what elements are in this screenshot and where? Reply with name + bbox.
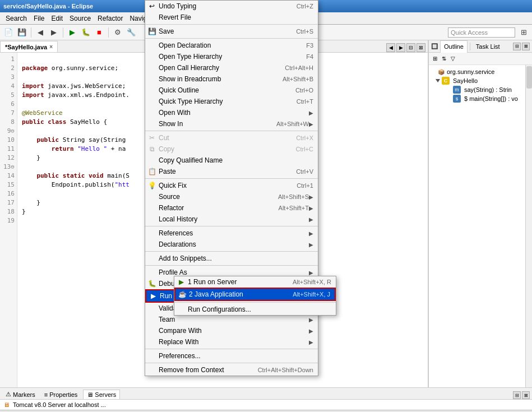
toolbar-run[interactable]: ▶ bbox=[66, 26, 78, 39]
servers-icon: 🖥 bbox=[87, 391, 93, 398]
outline-field-main-label: $ main(String[]) : vo bbox=[464, 95, 518, 102]
toolbar-sep1 bbox=[31, 27, 31, 38]
editor-tab-sayhello[interactable]: *SayHello.java × bbox=[0, 41, 58, 52]
menu-item-run-on-server[interactable]: ▶ 1 Run on Server Alt+Shift+X, R bbox=[174, 276, 336, 288]
class-expand-icon[interactable] bbox=[436, 79, 440, 82]
outline-panel-icon: 🔲 bbox=[431, 43, 438, 49]
editor-scrollbar[interactable] bbox=[525, 65, 532, 387]
menu-item-copy-qualified[interactable]: Copy Qualified Name bbox=[145, 155, 318, 166]
run-as-submenu: ▶ 1 Run on Server Alt+Shift+X, R ☕ 2 Jav… bbox=[174, 276, 336, 316]
menu-item-add-snippets[interactable]: Add to Snippets... bbox=[145, 253, 318, 264]
toolbar-new[interactable]: 📄 bbox=[2, 26, 15, 39]
tab-properties[interactable]: ≡ Properties bbox=[41, 390, 81, 399]
replace-arrow: ▶ bbox=[309, 339, 313, 345]
menu-file[interactable]: File bbox=[30, 13, 48, 24]
field-icon-main: $ bbox=[453, 95, 461, 103]
menu-item-show-in[interactable]: Show In Alt+Shift+W ▶ bbox=[145, 118, 318, 129]
menu-item-cut[interactable]: ✂ Cut Ctrl+X bbox=[145, 132, 318, 143]
tab-scroll-left[interactable]: ◀ bbox=[386, 43, 395, 52]
menu-item-open-with[interactable]: Open With ▶ bbox=[145, 107, 318, 118]
menu-item-team[interactable]: Team ▶ bbox=[145, 314, 318, 325]
show-in-arrow: ▶ bbox=[309, 121, 313, 127]
menu-search[interactable]: Search bbox=[2, 13, 30, 24]
tab-task-list[interactable]: Task List bbox=[473, 40, 503, 53]
copy-icon: ⧉ bbox=[147, 145, 156, 153]
outline-filter[interactable]: ▽ bbox=[449, 55, 457, 63]
local-history-arrow: ▶ bbox=[309, 216, 313, 223]
servers-min[interactable]: ⊟ bbox=[513, 391, 521, 399]
menu-edit[interactable]: Edit bbox=[48, 13, 66, 24]
outline-class[interactable]: C SayHello bbox=[436, 76, 530, 85]
tab-servers[interactable]: 🖥 Servers bbox=[83, 390, 120, 399]
context-menu: ↩ Undo Typing Ctrl+Z Revert File 💾 Save … bbox=[145, 0, 318, 376]
title-text: service/SayHello.java - Eclipse bbox=[3, 3, 93, 10]
menu-item-references[interactable]: References ▶ bbox=[145, 228, 318, 239]
outline-toolbar: ⊞ ⇅ ▽ bbox=[429, 53, 532, 65]
menu-item-refactor[interactable]: Refactor Alt+Shift+T ▶ bbox=[145, 202, 318, 214]
outline-sort[interactable]: ⇅ bbox=[440, 55, 448, 63]
source-arrow: ▶ bbox=[309, 194, 313, 200]
line-numbers: 1 2 3 4 5 6 7 8 9⊖ 10 11 12 13⊖ 14 15 16… bbox=[0, 53, 17, 387]
toolbar-forward[interactable]: ▶ bbox=[48, 26, 60, 39]
toolbar-back[interactable]: ◀ bbox=[34, 26, 47, 39]
run-server-icon: ▶ bbox=[177, 279, 186, 286]
menu-sep-8 bbox=[145, 349, 318, 349]
tab-outline[interactable]: Outline bbox=[440, 40, 468, 53]
menu-item-remove-context[interactable]: Remove from Context Ctrl+Alt+Shift+Down bbox=[145, 364, 318, 376]
outline-method-say[interactable]: m say(String) : Strin bbox=[447, 85, 530, 94]
menu-item-quick-outline[interactable]: Quick Outline Ctrl+O bbox=[145, 85, 318, 96]
servers-tab-bar: ⚠ Markers ≡ Properties 🖥 Servers ⊟ ⊠ bbox=[0, 388, 532, 400]
menu-item-undo-typing[interactable]: ↩ Undo Typing Ctrl+Z bbox=[145, 1, 318, 12]
toolbar-stop[interactable]: ■ bbox=[93, 26, 105, 39]
menu-item-compare-with[interactable]: Compare With ▶ bbox=[145, 325, 318, 336]
server-entry-label: Tomcat v8.0 Server at localhost ... bbox=[13, 401, 106, 408]
menu-source[interactable]: Source bbox=[66, 13, 94, 24]
tab-scroll-max[interactable]: ⊠ bbox=[417, 43, 425, 52]
menu-item-open-type-hierarchy[interactable]: Open Type Hierarchy F4 bbox=[145, 51, 318, 62]
panel-min[interactable]: ⊟ bbox=[513, 43, 521, 50]
menu-item-java-application[interactable]: ☕ 2 Java Application Alt+Shift+X, J bbox=[174, 288, 336, 301]
open-with-arrow: ▶ bbox=[309, 110, 313, 116]
toolbar-save[interactable]: 💾 bbox=[16, 26, 28, 39]
menu-item-open-declaration[interactable]: Open Declaration F3 bbox=[145, 40, 318, 51]
toolbar-ext2[interactable]: 🔧 bbox=[125, 26, 137, 39]
tab-close[interactable]: × bbox=[49, 44, 53, 50]
menu-item-replace-with[interactable]: Replace With ▶ bbox=[145, 336, 318, 348]
outline-collapse[interactable]: ⊞ bbox=[431, 55, 439, 63]
quick-access-input[interactable]: Quick Access bbox=[448, 27, 515, 38]
menu-item-run-configurations[interactable]: Run Configurations... bbox=[174, 304, 336, 315]
menu-sep-1 bbox=[145, 24, 318, 25]
class-icon: C bbox=[442, 77, 450, 85]
menu-sep-9 bbox=[145, 363, 318, 363]
toolbar-debug[interactable]: 🐛 bbox=[80, 26, 92, 39]
cut-icon: ✂ bbox=[147, 134, 156, 142]
outline-package[interactable]: 📦 org.sunny.service bbox=[431, 67, 530, 76]
package-icon: 📦 bbox=[437, 68, 445, 76]
profile-arrow: ▶ bbox=[309, 270, 313, 276]
menu-item-paste[interactable]: 📋 Paste Ctrl+V bbox=[145, 166, 318, 177]
toolbar-perspective[interactable]: ⊞ bbox=[517, 26, 530, 39]
menu-item-open-call-hierarchy[interactable]: Open Call Hierarchy Ctrl+Alt+H bbox=[145, 62, 318, 73]
toolbar-ext1[interactable]: ⚙ bbox=[112, 26, 124, 39]
menu-item-local-history[interactable]: Local History ▶ bbox=[145, 214, 318, 225]
outline-tab-bar: 🔲 Outline Task List ⊟ ⊠ bbox=[429, 40, 532, 53]
menu-item-quick-fix[interactable]: 💡 Quick Fix Ctrl+1 bbox=[145, 180, 318, 191]
menu-item-source[interactable]: Source Alt+Shift+S ▶ bbox=[145, 191, 318, 202]
menu-item-copy[interactable]: ⧉ Copy Ctrl+C bbox=[145, 143, 318, 155]
menu-item-quick-type-hierarchy[interactable]: Quick Type Hierarchy Ctrl+T bbox=[145, 96, 318, 107]
panel-max[interactable]: ⊠ bbox=[522, 43, 530, 50]
menu-item-revert-file[interactable]: Revert File bbox=[145, 12, 318, 23]
menu-item-declarations[interactable]: Declarations ▶ bbox=[145, 239, 318, 250]
menu-item-save[interactable]: 💾 Save Ctrl+S bbox=[145, 26, 318, 37]
tab-markers[interactable]: ⚠ Markers bbox=[2, 390, 39, 399]
menu-sep-3 bbox=[145, 131, 318, 131]
menu-item-show-breadcrumb[interactable]: Show in Breadcrumb Alt+Shift+B bbox=[145, 73, 318, 85]
servers-max[interactable]: ⊠ bbox=[522, 391, 530, 399]
toolbar-sep2 bbox=[63, 27, 63, 38]
menu-item-preferences[interactable]: Preferences... bbox=[145, 350, 318, 362]
outline-field-main[interactable]: $ $ main(String[]) : vo bbox=[447, 94, 530, 103]
tab-scroll-right[interactable]: ▶ bbox=[396, 43, 405, 52]
menu-refactor[interactable]: Refactor bbox=[94, 13, 126, 24]
menu-sep-2 bbox=[145, 38, 318, 39]
tab-scroll-min[interactable]: ⊟ bbox=[406, 43, 415, 52]
